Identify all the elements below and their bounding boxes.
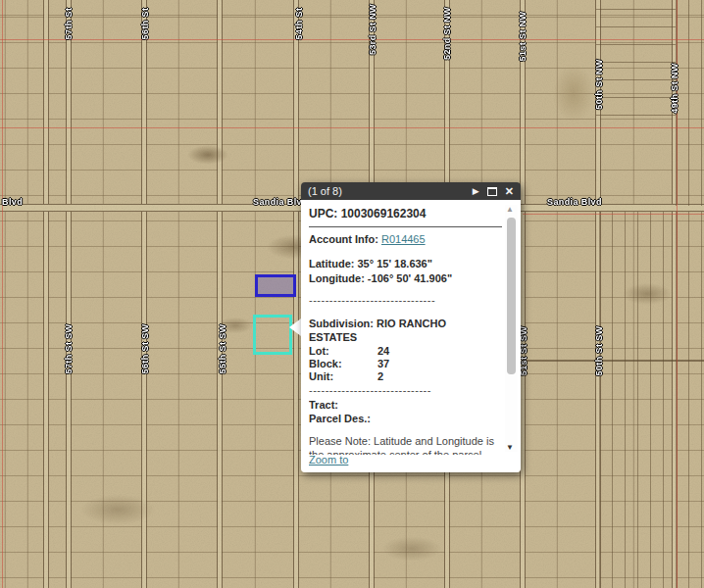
close-button[interactable]: ✕ [505,186,514,197]
street-label: 54th St [294,0,304,63]
street-label: Sandia Blvd [547,197,602,207]
lot-row: Lot: 24 [309,345,502,358]
street-label: Blvd [2,197,23,207]
street-label: 57th St [64,0,74,63]
divider [309,226,502,227]
unit-value: 2 [377,370,383,383]
lot-label: Lot: [309,345,377,358]
block-value: 37 [377,358,389,370]
lot-value: 24 [377,345,389,358]
account-link[interactable]: R014465 [381,233,426,245]
popup-titlebar[interactable]: (1 of 8) ▶ ✕ [301,182,521,200]
latitude-value: Latitude: 35° 15' 18.636" [309,257,502,271]
scrollbar-thumb[interactable] [507,218,516,374]
dashed-separator: ------------------------------ [309,384,502,398]
block-row: Block: 37 [309,358,502,370]
street-label: 52nd St NW [442,0,452,73]
upc-value: UPC: 1003069162304 [309,208,502,221]
street-label: 50th St NW [594,45,604,123]
parcel-outline-highlight[interactable] [253,315,292,355]
street-label: 57th St SW [64,310,74,388]
tract-label: Tract: [309,399,502,413]
maximize-icon [487,187,497,196]
account-info-label: Account Info: [309,233,378,245]
maximize-button[interactable] [487,187,497,196]
popup-body: UPC: 1003069162304 Account Info: R014465… [301,200,521,472]
block-label: Block: [309,358,377,370]
parcel-des-label: Parcel Des.: [309,413,502,426]
parcel-info-popup: (1 of 8) ▶ ✕ UPC: 1003069162304 Account … [301,182,521,472]
popup-title: (1 of 8) [308,185,342,197]
unit-row: Unit: 2 [309,370,502,383]
popup-pointer [289,318,301,336]
coordinates: Latitude: 35° 15' 18.636" Longitude: -10… [309,257,502,286]
parcel-outline-selected[interactable] [255,274,296,297]
account-info-row: Account Info: R014465 [309,233,502,247]
next-result-button[interactable]: ▶ [473,187,479,196]
section-line-h2 [0,127,704,128]
zoom-to-link[interactable]: Zoom to [309,454,348,466]
street-label: Sandia Blvd [253,197,308,207]
street-label: 51st St NW [518,0,528,75]
popup-content: UPC: 1003069162304 Account Info: R014465… [309,204,502,455]
dashed-separator: ------------------------------- [309,294,502,308]
street-label: 49th St NW [670,49,679,127]
scroll-up-icon[interactable]: ▲ [506,205,514,214]
unit-label: Unit: [309,370,377,383]
scroll-down-icon[interactable]: ▼ [506,443,514,452]
popup-footer: Zoom to [309,454,348,469]
section-line-v1 [2,0,3,588]
street-label: 56th St SW [140,310,150,388]
street-label: 53rd St NW [368,0,377,69]
street-label: 50th St SW [594,312,604,390]
street-label: 56th St [140,0,150,63]
longitude-value: Longitude: -106° 50' 41.906" [309,271,502,286]
subdivision-value: Subdivision: RIO RANCHO ESTATES [309,317,466,344]
map-viewport[interactable]: 57th St 56th St 54th St 53rd St NW 52nd … [0,0,704,588]
street-label: 55th St SW [218,310,227,388]
popup-scrollbar[interactable]: ▲ ▼ [505,205,518,452]
section-line-h1 [0,39,704,40]
note-text: Please Note: Latitude and Longitude is t… [309,435,502,455]
